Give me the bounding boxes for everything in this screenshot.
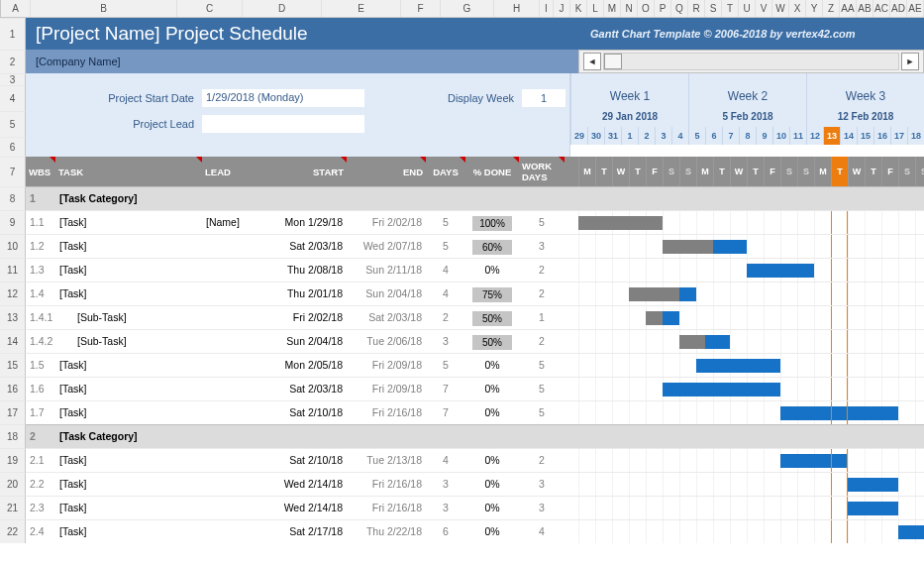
column-header-F[interactable]: F (401, 0, 441, 17)
wbs-cell[interactable]: 1.7 (26, 400, 55, 424)
pct-cell[interactable]: 0% (465, 377, 519, 400)
task-cell[interactable]: [Task] (55, 496, 202, 519)
pct-cell[interactable]: 75% (465, 282, 519, 305)
wbs-cell[interactable]: 1.4 (26, 282, 55, 305)
lead-cell[interactable] (202, 519, 267, 543)
row-number[interactable]: 7 (0, 157, 26, 186)
header-task[interactable]: TASK (55, 157, 202, 186)
header-days[interactable]: DAYS (426, 157, 465, 186)
task-cell[interactable]: [Task] (55, 377, 202, 400)
end-cell[interactable]: Fri 2/09/18 (347, 377, 426, 400)
end-cell[interactable]: Fri 2/09/18 (347, 353, 426, 377)
row-number[interactable]: 21 (0, 496, 26, 519)
end-cell[interactable]: Tue 2/06/18 (347, 329, 426, 353)
row-number[interactable]: 22 (0, 519, 26, 543)
work-cell[interactable]: 2 (519, 258, 565, 282)
row-number[interactable]: 3 (0, 73, 26, 85)
pct-cell[interactable]: 0% (465, 448, 519, 472)
column-header-X[interactable]: X (789, 0, 806, 17)
pct-cell[interactable]: 50% (465, 305, 519, 329)
days-cell[interactable]: 4 (426, 282, 465, 305)
start-cell[interactable]: Thu 2/01/18 (267, 282, 347, 305)
column-header-J[interactable]: J (554, 0, 570, 17)
end-cell[interactable]: Sat 2/03/18 (347, 305, 426, 329)
column-header-H[interactable]: H (494, 0, 540, 17)
column-header-R[interactable]: R (688, 0, 705, 17)
scroll-thumb[interactable] (604, 54, 622, 69)
pct-cell[interactable]: 0% (465, 496, 519, 519)
task-cell[interactable]: [Sub-Task] (55, 305, 202, 329)
wbs-cell[interactable]: 2.2 (26, 472, 55, 496)
start-cell[interactable]: Mon 2/05/18 (267, 353, 347, 377)
wbs-cell[interactable]: 2.1 (26, 448, 55, 472)
wbs-cell[interactable]: 1.2 (26, 234, 55, 258)
work-cell[interactable]: 2 (519, 282, 565, 305)
wbs-cell[interactable]: 1.1 (26, 210, 55, 234)
lead-cell[interactable] (202, 282, 267, 305)
row-number[interactable]: 10 (0, 234, 26, 258)
task-cell[interactable]: [Task] (55, 234, 202, 258)
project-lead-input[interactable] (202, 115, 364, 133)
row-number[interactable]: 12 (0, 282, 26, 305)
row-number[interactable]: 11 (0, 258, 26, 282)
wbs-cell[interactable]: 2.3 (26, 496, 55, 519)
column-header-O[interactable]: O (638, 0, 655, 17)
days-cell[interactable]: 7 (426, 377, 465, 400)
column-header-Y[interactable]: Y (806, 0, 823, 17)
pct-cell[interactable]: 60% (465, 234, 519, 258)
column-header-AA[interactable]: AA (840, 0, 857, 17)
row-number[interactable]: 13 (0, 305, 26, 329)
days-cell[interactable]: 4 (426, 448, 465, 472)
end-cell[interactable]: Sun 2/11/18 (347, 258, 426, 282)
days-cell[interactable]: 2 (426, 305, 465, 329)
task-cell[interactable]: [Task] (55, 210, 202, 234)
header-start[interactable]: START (267, 157, 347, 186)
work-cell[interactable]: 5 (519, 377, 565, 400)
pct-cell[interactable]: 0% (465, 353, 519, 377)
column-header-E[interactable]: E (322, 0, 401, 17)
lead-cell[interactable] (202, 305, 267, 329)
lead-cell[interactable] (202, 472, 267, 496)
lead-cell[interactable] (202, 329, 267, 353)
header-work[interactable]: WORK DAYS (519, 157, 565, 186)
wbs-cell[interactable]: 1.5 (26, 353, 55, 377)
lead-cell[interactable] (202, 496, 267, 519)
column-header-T[interactable]: T (722, 0, 739, 17)
wbs-cell[interactable]: 1.4.2 (26, 329, 55, 353)
wbs-cell[interactable]: 1.6 (26, 377, 55, 400)
row-number[interactable]: 9 (0, 210, 26, 234)
wbs-cell[interactable]: 1 (26, 186, 55, 210)
start-cell[interactable]: Sat 2/03/18 (267, 234, 347, 258)
scroll-track[interactable] (603, 53, 899, 70)
column-header-AE[interactable]: AE (907, 0, 924, 17)
start-cell[interactable]: Thu 2/08/18 (267, 258, 347, 282)
start-cell[interactable]: Sat 2/03/18 (267, 377, 347, 400)
lead-cell[interactable] (202, 377, 267, 400)
start-cell[interactable]: Sun 2/04/18 (267, 329, 347, 353)
header-wbs[interactable]: WBS (26, 157, 55, 186)
header-end[interactable]: END (347, 157, 426, 186)
work-cell[interactable]: 1 (519, 305, 565, 329)
scroll-left-button[interactable]: ◄ (583, 53, 601, 70)
task-cell[interactable]: [Task] (55, 282, 202, 305)
end-cell[interactable]: Fri 2/02/18 (347, 210, 426, 234)
column-header-AB[interactable]: AB (857, 0, 873, 17)
row-number[interactable]: 18 (0, 424, 26, 448)
column-header-I[interactable]: I (540, 0, 554, 17)
work-cell[interactable]: 5 (519, 353, 565, 377)
column-header-B[interactable]: B (31, 0, 177, 17)
work-cell[interactable]: 3 (519, 234, 565, 258)
row-number[interactable]: 17 (0, 400, 26, 424)
column-header-L[interactable]: L (587, 0, 604, 17)
pct-cell[interactable]: 0% (465, 472, 519, 496)
row-number[interactable]: 5 (0, 111, 26, 137)
task-cell[interactable]: [Task] (55, 519, 202, 543)
days-cell[interactable]: 3 (426, 496, 465, 519)
start-cell[interactable]: Sat 2/10/18 (267, 448, 347, 472)
task-cell[interactable]: [Task] (55, 472, 202, 496)
days-cell[interactable]: 3 (426, 329, 465, 353)
start-cell[interactable]: Mon 1/29/18 (267, 210, 347, 234)
end-cell[interactable]: Thu 2/22/18 (347, 519, 426, 543)
column-header-C[interactable]: C (177, 0, 243, 17)
task-cell[interactable]: [Task] (55, 353, 202, 377)
